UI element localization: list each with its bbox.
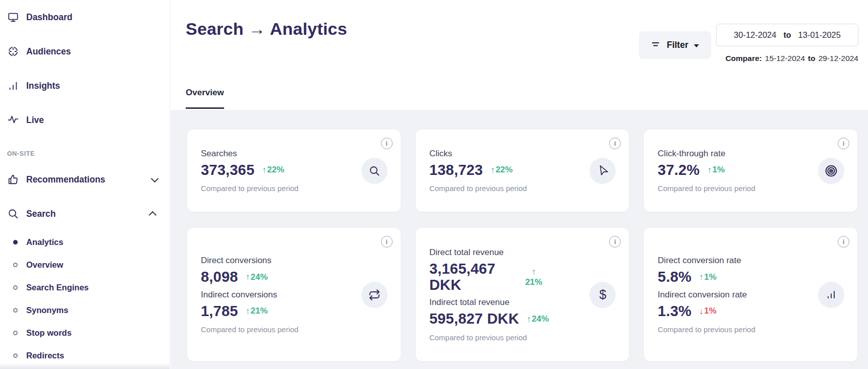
monitor-icon	[7, 11, 19, 23]
bullet-icon	[13, 353, 18, 358]
filter-button[interactable]: Filter	[639, 31, 711, 59]
sidebar-item-recommendations[interactable]: Recommendations	[0, 162, 170, 197]
metric-value: 37.2%	[658, 162, 699, 178]
caret-down-icon	[694, 44, 699, 47]
metric-delta: ↑21%	[525, 267, 542, 287]
sidebar-item-insights[interactable]: Insights	[0, 69, 170, 103]
comparison-note: Compared to previous period	[429, 184, 574, 193]
tab-overview[interactable]: Overview	[186, 88, 224, 109]
metric-label: Direct conversion rate	[658, 256, 802, 266]
metric-label: Clicks	[429, 149, 574, 159]
comparison-note: Compared to previous period	[201, 184, 345, 193]
date-range-end: 13-01-2025	[798, 30, 841, 40]
sidebar-item-label: Search	[26, 209, 56, 219]
sidebar-subitem-stop-words[interactable]: Stop words	[0, 322, 170, 344]
sidebar-subitem-label: Search Engines	[26, 283, 89, 292]
sidebar-section-on-site: ON-SITE	[0, 137, 170, 162]
arrow-up-icon: ↑	[531, 267, 536, 277]
metric-value: 8,098	[201, 269, 238, 285]
sidebar-subitem-overview[interactable]: Overview	[0, 254, 170, 276]
metric-delta: ↑22%	[262, 165, 284, 175]
header-controls: Filter 30-12-2024 to 13-01-2025 Compare:…	[639, 0, 858, 63]
sidebar-subitem-search-engines[interactable]: Search Engines	[0, 276, 170, 299]
metric-value: 1,785	[201, 303, 238, 320]
comparison-note: Compared to previous period	[429, 333, 574, 342]
metric-label: Direct total revenue	[429, 248, 574, 258]
compare-start: 15-12-2024	[765, 54, 805, 63]
sidebar-subitem-label: Synonyms	[26, 305, 68, 315]
sidebar-item-dashboard[interactable]: Dashboard	[0, 0, 170, 34]
metric-value: 595,827 DKK	[429, 311, 519, 327]
bar-chart-icon	[7, 80, 19, 92]
metric-delta: ↑24%	[246, 272, 268, 282]
search-icon	[7, 208, 19, 220]
bullet-icon	[13, 331, 18, 335]
sidebar: Dashboard Audiences Insights Live ON-SIT…	[0, 0, 170, 369]
date-range-separator: to	[783, 31, 791, 40]
arrow-up-icon: ↑	[708, 165, 712, 175]
sidebar-item-label: Dashboard	[26, 12, 72, 23]
metric-label: Indirect total revenue	[429, 297, 574, 307]
main-content: Search → Analytics Filter 30-12-2024 to …	[171, 0, 868, 369]
repeat-icon	[361, 282, 388, 308]
info-icon[interactable]: i	[838, 138, 849, 149]
sidebar-subitem-synonyms[interactable]: Synonyms	[0, 299, 170, 322]
metric-label: Click-through rate	[658, 149, 802, 159]
metric-value: 3,165,467 DKK	[429, 261, 518, 293]
compare-separator: to	[808, 54, 816, 63]
info-icon[interactable]: i	[381, 138, 393, 149]
sidebar-item-live[interactable]: Live	[0, 103, 170, 137]
info-icon[interactable]: i	[381, 236, 393, 248]
date-range-group: 30-12-2024 to 13-01-2025 Compare:15-12-2…	[716, 24, 858, 63]
comparison-note: Compared to previous period	[201, 325, 345, 334]
metric-delta: ↓1%	[699, 306, 717, 317]
sidebar-subitem-label: Redirects	[26, 351, 64, 360]
sidebar-subitem-analytics[interactable]: Analytics	[0, 231, 170, 254]
arrow-down-icon: ↓	[699, 306, 703, 317]
card-conversion-rates: i Direct conversion rate 5.8% ↑1% Indire…	[644, 228, 857, 361]
cursor-icon	[589, 158, 616, 184]
metric-delta: ↑1%	[699, 272, 717, 282]
metric-label: Indirect conversion rate	[658, 290, 802, 300]
comparison-note: Compared to previous period	[658, 184, 802, 193]
sidebar-item-search[interactable]: Search	[0, 197, 170, 231]
card-revenue: i $ Direct total revenue 3,165,467 DKK ↑…	[416, 228, 629, 361]
arrow-up-icon: ↑	[262, 165, 266, 175]
metric-delta: ↑22%	[491, 165, 513, 175]
metric-label: Searches	[201, 149, 345, 159]
metric-delta: ↑21%	[246, 306, 268, 317]
arrow-up-icon: ↑	[527, 314, 531, 325]
metric-value: 1.3%	[658, 303, 691, 320]
card-searches: i Searches 373,365 ↑22% Compared to prev…	[187, 130, 401, 212]
date-range-picker[interactable]: 30-12-2024 to 13-01-2025	[716, 24, 858, 46]
date-range-start: 30-12-2024	[734, 30, 776, 40]
metric-label: Indirect conversions	[201, 290, 345, 300]
compare-period: Compare:15-12-2024to29-12-2024	[725, 54, 858, 63]
compare-end: 29-12-2024	[819, 54, 858, 63]
chevron-up-icon	[149, 211, 157, 219]
metric-delta: ↑1%	[708, 165, 725, 175]
arrow-up-icon: ↑	[246, 306, 250, 317]
card-conversions: i Direct conversions 8,098 ↑24% Indirect…	[187, 228, 401, 361]
metric-label: Direct conversions	[201, 256, 345, 266]
thumbs-up-icon	[7, 173, 19, 186]
metric-value: 373,365	[201, 162, 254, 178]
bullet-icon	[13, 240, 18, 244]
bar-chart-icon	[818, 282, 844, 308]
metric-value: 5.8%	[658, 269, 691, 285]
filter-lines-icon	[651, 39, 661, 51]
metric-delta: ↑24%	[527, 314, 549, 325]
sidebar-subitem-label: Stop words	[26, 328, 72, 338]
filter-button-label: Filter	[667, 40, 688, 50]
tab-bar: Overview	[186, 88, 224, 109]
compare-label: Compare:	[725, 54, 762, 63]
chevron-down-icon	[151, 174, 159, 182]
info-icon[interactable]: i	[838, 236, 849, 248]
arrow-up-icon: ↑	[491, 165, 495, 175]
sidebar-item-audiences[interactable]: Audiences	[0, 34, 170, 69]
sidebar-item-label: Live	[26, 115, 44, 126]
sidebar-item-label: Recommendations	[26, 174, 105, 185]
search-icon	[361, 158, 388, 184]
sidebar-item-label: Audiences	[26, 46, 71, 57]
arrow-up-icon: ↑	[246, 272, 250, 282]
